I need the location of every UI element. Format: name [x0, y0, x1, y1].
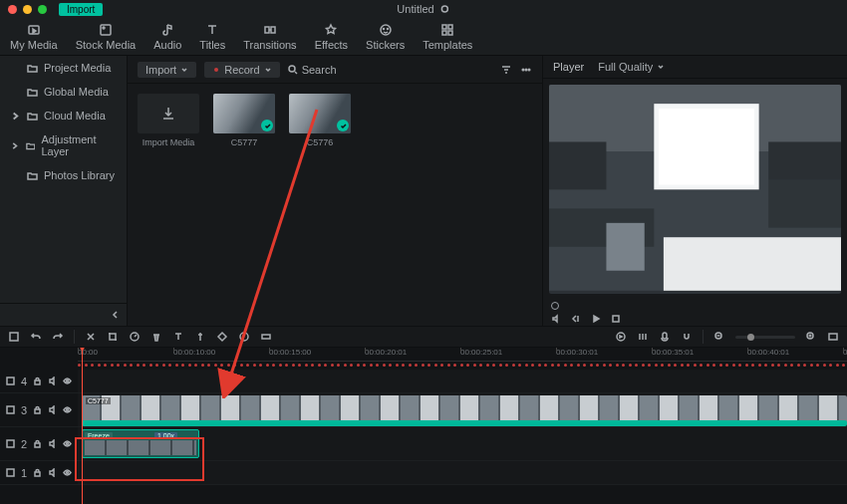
more-icon[interactable]: [520, 64, 532, 76]
mute-icon[interactable]: [48, 439, 57, 448]
visibility-icon[interactable]: [63, 439, 72, 448]
svg-rect-10: [448, 25, 452, 29]
media-panel: Import Record Search Import Media: [128, 56, 542, 326]
svg-point-3: [103, 27, 105, 29]
transitions-icon: [263, 23, 277, 37]
text-icon[interactable]: [172, 331, 184, 343]
mute-icon[interactable]: [48, 377, 57, 385]
titles-icon: [205, 23, 219, 37]
nav-audio[interactable]: Audio: [153, 23, 181, 51]
zoom-out-icon[interactable]: [713, 331, 725, 343]
quality-dropdown[interactable]: Full Quality: [598, 61, 665, 73]
zoom-slider[interactable]: [735, 336, 795, 339]
record-icon: [212, 66, 220, 74]
svg-point-17: [528, 69, 530, 71]
keyframe-icon[interactable]: [216, 331, 228, 343]
svg-point-8: [387, 29, 388, 30]
stop-icon[interactable]: [611, 314, 621, 324]
nav-titles[interactable]: Titles: [199, 23, 225, 51]
zoom-in-icon[interactable]: [805, 331, 817, 343]
svg-point-46: [67, 443, 69, 445]
chevron-down-icon: [657, 63, 665, 71]
nav-transitions[interactable]: Transitions: [243, 23, 296, 51]
color-icon[interactable]: [238, 331, 250, 343]
detach-icon[interactable]: [260, 331, 272, 343]
ruler-mark: 00:00:20:01: [365, 348, 407, 357]
media-clip[interactable]: C5776: [289, 94, 351, 147]
snap-icon[interactable]: [681, 331, 693, 343]
marker-tool-icon[interactable]: [194, 331, 206, 343]
ruler-mark: 00:00:45:01: [843, 348, 847, 357]
zoom-fit-icon[interactable]: [827, 331, 839, 343]
window-controls[interactable]: [8, 5, 47, 14]
maximize-window-icon[interactable]: [38, 5, 47, 14]
timeline[interactable]: 00:0000:00:10:0000:00:15:0000:00:20:0100…: [0, 348, 847, 504]
volume-icon[interactable]: [551, 314, 561, 324]
chevron-right-icon: [10, 140, 20, 151]
lock-icon[interactable]: [33, 405, 42, 414]
nav-stock-media[interactable]: Stock Media: [76, 23, 137, 51]
sidebar-photos-library[interactable]: Photos Library: [0, 163, 127, 187]
cut-icon[interactable]: [85, 331, 97, 343]
import-media-card[interactable]: Import Media: [138, 94, 199, 147]
sidebar-adjustment-layer[interactable]: Adjustment Layer: [0, 127, 127, 163]
crop-icon[interactable]: [107, 331, 119, 343]
nav-stickers[interactable]: Stickers: [366, 23, 405, 51]
delete-icon[interactable]: [150, 331, 162, 343]
preview-viewport[interactable]: [549, 85, 841, 294]
track-toggle-icon[interactable]: [6, 405, 15, 414]
lock-icon[interactable]: [33, 468, 42, 477]
search-input[interactable]: Search: [288, 64, 492, 76]
svg-rect-47: [7, 469, 14, 476]
import-button[interactable]: Import: [59, 3, 103, 16]
visibility-icon[interactable]: [63, 468, 72, 477]
import-dropdown[interactable]: Import: [138, 62, 196, 78]
visibility-icon[interactable]: [63, 405, 72, 414]
minimize-window-icon[interactable]: [23, 5, 32, 14]
collapse-sidebar-button[interactable]: [0, 303, 127, 326]
voiceover-icon[interactable]: [659, 331, 671, 343]
sidebar: Project MediaGlobal MediaCloud MediaAdju…: [0, 56, 128, 326]
nav-my-media[interactable]: My Media: [10, 23, 58, 51]
svg-rect-45: [35, 443, 40, 447]
ruler-mark: 00:00:40:01: [747, 348, 789, 357]
sidebar-project-media[interactable]: Project Media: [0, 56, 127, 80]
folder-icon: [27, 63, 38, 74]
track-toggle-icon[interactable]: [6, 468, 15, 477]
svg-rect-23: [768, 180, 841, 228]
folder-icon: [26, 140, 36, 151]
undo-icon[interactable]: [30, 331, 42, 343]
player-tab[interactable]: Player: [553, 61, 584, 73]
lock-icon[interactable]: [33, 439, 42, 448]
track-toggle-icon[interactable]: [6, 377, 15, 385]
media-clip[interactable]: C5777: [213, 94, 275, 147]
play-icon[interactable]: [591, 314, 601, 324]
prev-frame-icon[interactable]: [571, 314, 581, 324]
cloud-sync-icon[interactable]: [440, 4, 450, 14]
render-icon[interactable]: [615, 331, 627, 343]
visibility-icon[interactable]: [63, 377, 72, 385]
sidebar-global-media[interactable]: Global Media: [0, 80, 127, 104]
timeline-toolbar: [0, 326, 847, 348]
close-window-icon[interactable]: [8, 5, 17, 14]
stickers-icon: [379, 23, 393, 37]
mute-icon[interactable]: [48, 405, 57, 414]
timeline-audio[interactable]: [82, 420, 847, 426]
mixer-icon[interactable]: [637, 331, 649, 343]
timeline-ruler[interactable]: 00:0000:00:10:0000:00:15:0000:00:20:0100…: [78, 348, 847, 362]
mute-icon[interactable]: [48, 468, 57, 477]
layout-icon[interactable]: [8, 331, 20, 343]
svg-point-49: [67, 472, 69, 474]
filter-icon[interactable]: [500, 64, 512, 76]
sidebar-cloud-media[interactable]: Cloud Media: [0, 104, 127, 127]
record-dropdown[interactable]: Record: [204, 62, 279, 78]
redo-icon[interactable]: [52, 331, 64, 343]
speed-icon[interactable]: [129, 331, 141, 343]
track-toggle-icon[interactable]: [6, 439, 15, 448]
svg-rect-12: [448, 31, 452, 35]
nav-templates[interactable]: Templates: [423, 23, 472, 51]
svg-rect-38: [7, 378, 14, 384]
nav-effects[interactable]: Effects: [315, 23, 348, 51]
lock-icon[interactable]: [33, 377, 42, 385]
marker-icon[interactable]: [551, 302, 559, 310]
